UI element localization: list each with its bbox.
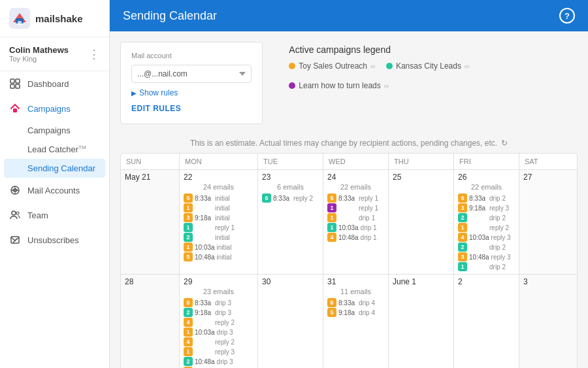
cal-label: initial — [215, 234, 230, 241]
cal-badge: 2 — [184, 308, 193, 317]
svg-point-12 — [12, 211, 16, 215]
cal-label: drip 1 — [361, 234, 377, 241]
cal-date-28: 28 — [125, 277, 175, 286]
unsubscribes-icon — [9, 234, 21, 246]
legend-items: Toy Sales Outreach ∞ Kansas City Leads ∞… — [289, 61, 578, 90]
cal-badge: 3 — [458, 252, 467, 261]
cal-badge: 6 — [458, 193, 467, 203]
sidebar-header: mailshake — [0, 0, 109, 37]
svg-rect-6 — [10, 84, 14, 88]
cal-date-27: 27 — [523, 173, 578, 182]
cal-badge: 2 — [458, 243, 467, 252]
legend-link-0[interactable]: ∞ — [370, 62, 376, 70]
user-name: Colin Mathews — [9, 45, 69, 55]
cal-event: 68:33adrip 3 — [184, 298, 253, 307]
cal-label: drip 1 — [361, 224, 377, 231]
cal-event: 1reply 1 — [327, 203, 384, 212]
cal-header-wed: Wed — [323, 154, 389, 169]
cal-badge: 5 — [184, 193, 193, 203]
cal-badge: 1 — [327, 223, 336, 232]
cal-event: 4reply 2 — [184, 337, 253, 346]
cal-badge: 6 — [184, 298, 193, 307]
sidebar-item-sending-calendar-label: Sending Calendar — [27, 163, 95, 173]
estimate-bar: This is an estimate. Actual times may ch… — [120, 132, 578, 153]
legend-title: Active campaigns legend — [289, 44, 578, 55]
svg-rect-4 — [10, 79, 14, 83]
calendar-header: Sun Mon Tue Wed Thu Fri Sat — [121, 154, 577, 170]
cal-date-sat3: 3 — [523, 277, 578, 286]
cal-badge: 1 — [458, 262, 467, 271]
team-icon — [9, 209, 21, 221]
cal-event: 110:03adrip 1 — [327, 223, 384, 232]
mail-accounts-icon — [9, 184, 21, 196]
cal-label: reply 3 — [491, 234, 511, 241]
logo-icon — [9, 8, 30, 29]
sidebar-item-unsubscribes[interactable]: Unsubscribes — [0, 227, 109, 252]
cal-label: drip 4 — [359, 299, 375, 307]
cal-cell-may21: May 21 — [121, 170, 180, 275]
top-bar: Sending Calendar ? — [110, 0, 588, 31]
cal-time: 10:03a — [195, 329, 215, 336]
legend-link-1[interactable]: ∞ — [465, 62, 470, 70]
cal-label: reply 3 — [215, 348, 235, 356]
cal-cell-23: 23 6 emails 68:33areply 2 — [258, 170, 323, 275]
estimate-text: This is an estimate. Actual times may ch… — [190, 139, 497, 148]
sidebar-item-mail-accounts[interactable]: Mail Accounts — [0, 178, 109, 203]
show-rules-button[interactable]: ▶ Show rules — [131, 83, 252, 100]
legend-item-2: Learn how to turn leads ∞ — [289, 81, 389, 90]
cal-time: 8:33a — [469, 195, 487, 202]
cal-label: reply 2 — [489, 224, 509, 231]
cal-time: 9:18a — [469, 205, 487, 212]
cal-badge: 5 — [184, 252, 193, 261]
cal-label: reply 1 — [359, 205, 378, 212]
legend-section: Active campaigns legend Toy Sales Outrea… — [289, 42, 578, 90]
legend-item-0: Toy Sales Outreach ∞ — [289, 61, 376, 71]
cal-event: 310:48areply 3 — [458, 252, 515, 261]
sidebar-item-lead-catcher-label: Lead Catcher — [27, 144, 78, 154]
cal-events-31: 68:33adrip 4 59:18adrip 4 — [327, 298, 384, 317]
calendar-week-2: 28 29 23 emails 68:33adrip 3 29:18adrip … — [121, 275, 577, 368]
sidebar-item-campaigns-sub[interactable]: Campaigns — [0, 121, 109, 140]
cal-label: drip 2 — [489, 195, 506, 202]
user-menu-button[interactable]: ⋮ — [88, 48, 100, 60]
cal-event: 1reply 1 — [184, 223, 253, 232]
cal-header-thu: Thu — [389, 154, 454, 169]
content: Mail account ...@...nail.com ▶ Show rule… — [110, 31, 588, 368]
cal-events-23: 68:33areply 2 — [262, 193, 319, 203]
cal-events-22: 58:33ainitial 1initial 39:18ainitial 1re… — [184, 193, 253, 261]
sidebar-item-dashboard[interactable]: Dashboard — [0, 71, 109, 96]
cal-event: 2drip 2 — [458, 213, 515, 222]
cal-event: 410:03areply 3 — [458, 233, 515, 242]
cal-badge: 2 — [184, 233, 193, 242]
cal-time: 9:18a — [338, 309, 357, 316]
cal-label: reply 2 — [215, 339, 235, 346]
cal-time: 8:33a — [273, 195, 291, 202]
cal-badge: 1 — [184, 243, 193, 252]
help-button[interactable]: ? — [559, 8, 575, 24]
cal-event: 2initial — [184, 233, 253, 242]
cal-event: 110:03ainitial — [184, 243, 253, 252]
sidebar-item-sending-calendar[interactable]: Sending Calendar — [4, 159, 105, 178]
cal-date-25: 25 — [393, 173, 449, 182]
cal-badge: 4 — [184, 337, 193, 346]
cal-email-count-23: 6 emails — [262, 183, 319, 191]
cal-email-count-24: 22 emails — [327, 183, 384, 191]
refresh-icon[interactable]: ↻ — [501, 139, 508, 148]
cal-label: reply 3 — [489, 205, 509, 212]
cal-event: 410:48adrip 1 — [327, 233, 384, 242]
sidebar-item-team[interactable]: Team — [0, 203, 109, 227]
legend-label-2: Learn how to turn leads — [299, 81, 380, 90]
cal-event: 68:33areply 2 — [262, 193, 319, 203]
sidebar-item-lead-catcher[interactable]: Lead CatcherTM — [0, 140, 109, 159]
show-rules-arrow-icon: ▶ — [131, 90, 137, 97]
legend-link-2[interactable]: ∞ — [384, 82, 389, 90]
mail-card: Mail account ...@...nail.com ▶ Show rule… — [120, 42, 263, 124]
mail-account-select[interactable]: ...@...nail.com — [131, 65, 252, 83]
sidebar-item-campaigns[interactable]: Campaigns — [0, 96, 109, 121]
sidebar-item-campaigns-sub-label: Campaigns — [27, 125, 71, 135]
cal-time: 8:33a — [338, 299, 357, 307]
edit-rules-button[interactable]: EDIT RULES — [131, 100, 252, 114]
cal-event: 510:48ainitial — [184, 252, 253, 261]
cal-email-count-31: 11 emails — [327, 288, 384, 295]
svg-point-13 — [16, 212, 19, 214]
